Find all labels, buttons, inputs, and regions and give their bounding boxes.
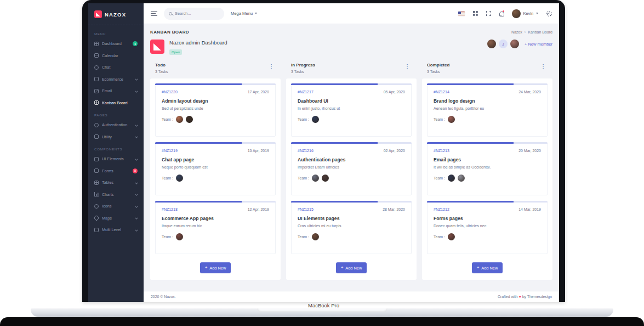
macbook-notch (257, 308, 387, 312)
sidebar-item-chat[interactable]: Chat (88, 61, 144, 74)
task-id-link[interactable]: #NZ1216 (298, 149, 314, 153)
task-card[interactable]: #NZ121214 Mar, 2019Forms pagesDonec quam… (427, 201, 548, 254)
task-id-link[interactable]: #NZ1218 (162, 207, 178, 211)
new-member-link[interactable]: + New member (525, 42, 552, 47)
avatar[interactable] (312, 116, 319, 123)
column-header: Todo3 Tasks⋮ (150, 63, 281, 74)
authentication-icon (94, 123, 99, 127)
sidebar-item-utility[interactable]: Utility (88, 131, 144, 143)
task-card[interactable]: #NZ122017 Apr, 2020Admin layout designSe… (155, 83, 276, 137)
task-title: Brand logo design (434, 98, 541, 104)
language-flag-icon[interactable] (458, 12, 465, 16)
sidebar-section-label: MENU (88, 27, 144, 38)
sidebar-item-maps[interactable]: Maps (88, 212, 144, 224)
sidebar-item-kanban-board[interactable]: Kanban Board (88, 97, 144, 109)
breadcrumb-item-kanban-board: Kanban Board (528, 30, 552, 34)
apps-grid-icon[interactable] (473, 11, 478, 16)
macbook-mockup: MacBook Pro NAZOX MENUDashboard3Calendar… (0, 0, 644, 326)
task-card[interactable]: #NZ121528 Mar, 2020UI Elements pagesCras… (291, 201, 412, 254)
search-box (164, 8, 224, 20)
gear-icon[interactable] (546, 11, 552, 16)
add-new-button[interactable]: +Add New (200, 262, 231, 273)
task-title: Ecommerce App pages (162, 216, 269, 221)
sidebar-item-label: Ecommerce (102, 77, 123, 82)
task-id-link[interactable]: #NZ1215 (298, 207, 314, 211)
sidebar-item-charts[interactable]: Charts (88, 189, 144, 201)
sidebar-item-label: Forms (102, 168, 113, 173)
task-card[interactable]: #NZ121320 Mar, 2020Email pagesIt will be… (427, 142, 548, 195)
avatar[interactable] (322, 175, 329, 182)
avatar[interactable] (448, 233, 455, 240)
task-card[interactable]: #NZ121705 Apr, 2020Dashboard UIIn enim j… (291, 83, 412, 137)
task-card-top: #NZ121812 Apr, 2019 (162, 207, 269, 211)
column-menu-icon[interactable]: ⋮ (267, 63, 276, 70)
task-id-link[interactable]: #NZ1220 (162, 90, 178, 94)
breadcrumb-item-nazox[interactable]: Nazox (511, 30, 522, 34)
hamburger-menu-icon[interactable] (151, 11, 157, 16)
sidebar-item-icons[interactable]: Icons (88, 200, 144, 212)
task-id-link[interactable]: #NZ1219 (162, 149, 178, 153)
task-title: Email pages (434, 157, 541, 162)
avatar[interactable] (510, 40, 519, 48)
column-menu-icon[interactable]: ⋮ (539, 63, 548, 70)
charts-icon (94, 192, 99, 196)
task-date: 20 Mar, 2020 (518, 149, 541, 153)
avatar[interactable] (487, 40, 496, 48)
search-input[interactable] (175, 11, 219, 16)
app-logo[interactable]: NAZOX (88, 3, 144, 25)
task-id-link[interactable]: #NZ1217 (298, 90, 314, 94)
task-card[interactable]: #NZ121915 Apr, 2019Chat app pageNeque po… (155, 142, 276, 195)
task-title: Authentication pages (298, 157, 405, 162)
notifications-bell-icon[interactable] (499, 11, 504, 16)
board-logo-icon (150, 40, 164, 54)
page-content: KANBAN BOARD Nazox › Kanban Board Nazox … (144, 24, 559, 291)
add-new-button[interactable]: +Add New (472, 262, 503, 273)
task-progress-fill (291, 201, 378, 203)
sidebar-item-multi-level[interactable]: Multi Level (88, 224, 144, 236)
task-title: Forms pages (434, 216, 541, 221)
sidebar-item-ecommerce[interactable]: Ecommerce (88, 74, 144, 86)
task-card[interactable]: #NZ121812 Apr, 2019Ecommerce App pagesIt… (155, 201, 276, 254)
task-date: 12 Apr, 2019 (248, 207, 269, 211)
column-name: Todo (155, 63, 168, 68)
task-id-link[interactable]: #NZ1212 (434, 207, 449, 211)
add-new-button[interactable]: +Add New (336, 262, 367, 273)
sidebar: NAZOX MENUDashboard3CalendarChatEcommerc… (88, 3, 144, 302)
column-header-text: Completed3 Tasks (427, 63, 449, 74)
sidebar-item-forms[interactable]: Forms8 (88, 165, 144, 177)
column-menu-icon[interactable]: ⋮ (403, 63, 412, 70)
task-card[interactable]: #NZ121424 Mar, 2020Brand logo designAene… (427, 83, 548, 137)
avatar[interactable]: J (499, 40, 508, 48)
avatar[interactable] (186, 116, 193, 123)
task-progress-fill (427, 142, 514, 144)
sidebar-item-dashboard[interactable]: Dashboard3 (88, 38, 144, 50)
avatar[interactable] (458, 175, 465, 182)
task-progress-fill (155, 83, 242, 85)
user-menu[interactable]: Kevin (512, 9, 539, 18)
avatar[interactable] (176, 116, 183, 123)
board-header: Nazox admin Dashboard Open J + New membe… (150, 40, 552, 55)
multi-level-icon (94, 228, 99, 232)
fullscreen-icon[interactable] (486, 11, 491, 16)
macbook-base (31, 308, 613, 317)
task-id-link[interactable]: #NZ1213 (434, 149, 449, 153)
sidebar-item-ui-elements[interactable]: UI Elements (88, 153, 144, 165)
sidebar-menu: MENUDashboard3CalendarChatEcommerceEmail… (88, 27, 144, 236)
avatar[interactable] (176, 175, 183, 182)
sidebar-item-calendar[interactable]: Calendar (88, 50, 144, 62)
avatar[interactable] (448, 175, 455, 182)
chevron-down-icon (536, 13, 538, 14)
avatar[interactable] (312, 175, 319, 182)
sidebar-item-authentication[interactable]: Authentication (88, 119, 144, 131)
task-title: UI Elements pages (298, 216, 405, 221)
sidebar-item-label: Dashboard (102, 41, 122, 46)
task-card[interactable]: #NZ121602 Apr, 2020Authentication pagesI… (291, 142, 412, 195)
avatar[interactable] (176, 233, 183, 240)
sidebar-item-tables[interactable]: Tables (88, 177, 144, 189)
avatar[interactable] (312, 233, 319, 240)
sidebar-item-email[interactable]: Email (88, 85, 144, 97)
task-id-link[interactable]: #NZ1214 (434, 90, 449, 94)
mega-menu-button[interactable]: Mega Menu (231, 11, 257, 16)
avatar[interactable] (448, 116, 455, 123)
ui-elements-icon (94, 157, 99, 161)
